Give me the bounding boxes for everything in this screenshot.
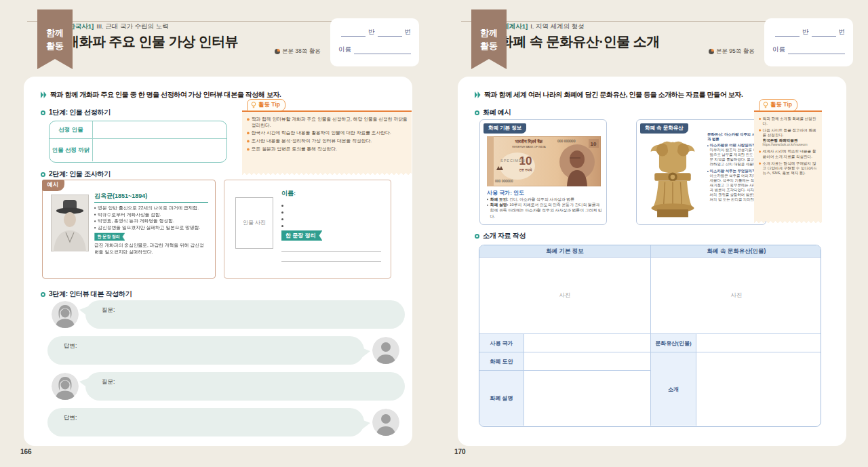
currency-info-badge: 화폐 기본 정보: [484, 123, 526, 134]
bullet-icon: [281, 225, 283, 227]
bullet-icon: [759, 129, 761, 131]
tip-item: 세계사 시간에 학습한 내용을 활용하여 소개 자료를 작성한다.: [759, 149, 818, 159]
intro-material-table: 화폐 기본 정보 화폐 속 문화유산(인물) 사진 사진 사용 국가 화폐 도안…: [479, 245, 821, 427]
design-write-cell: [524, 352, 651, 371]
photo-cell: 사진: [479, 258, 651, 334]
row-label-country: 사용 국가: [479, 334, 524, 352]
content-panel: 짝과 함께 개화파 주요 인물 중 한 명을 선정하여 가상 인터뷰 대본을 작…: [24, 77, 412, 446]
interviewer-avatar: [52, 373, 79, 400]
col-header-currency-info: 화폐 기본 정보: [479, 245, 651, 258]
col-header-heritage: 화폐 속 문화유산(인물): [651, 245, 821, 258]
question-bubble: 질문:: [85, 372, 405, 401]
step2-heading: 2단계: 인물 조사하기: [41, 169, 111, 179]
row-label-introduction: 소개: [651, 352, 696, 426]
currency-info-card: 화폐 기본 정보 10 भ: [479, 119, 607, 225]
currency-desc-line: 화폐 설명: 10루피 지폐로서 인도의 민족 운동가 간디의 얼굴과 함께 왼…: [487, 202, 602, 219]
intro-arrow-icon: [41, 92, 47, 98]
example-profile-card: 예시 김옥균(1851~1894) 명문 양반 출신으로 22세의 나이로 과거…: [42, 180, 216, 279]
section-bullet-icon: [475, 110, 479, 115]
bullet-icon: [759, 150, 761, 153]
banknote-image: 10 भारतीय रिज़र्व बैंक RESERVE BANK OF I…: [487, 136, 601, 189]
lightbulb-icon: [251, 102, 256, 108]
selection-table: 선정 인물 인물 선정 까닭: [49, 121, 227, 163]
question-label: 질문:: [102, 378, 115, 386]
lion-capital-image: [644, 136, 702, 223]
name-field-row: 이름: [772, 45, 845, 54]
intro-line: 짝과 함께 세계 여러 나라의 화폐에 담긴 문화유산, 인물 등을 소개하는 …: [475, 90, 743, 100]
bullet-icon: [281, 205, 283, 207]
row-label-design: 화폐 도안: [479, 352, 524, 371]
page-ref-icon: [275, 49, 280, 54]
table-row: 인물 선정 까닭: [50, 139, 226, 161]
currency-country: 사용 국가: 인도: [487, 189, 524, 197]
summary-write-line: [281, 243, 381, 252]
bullet-icon: [281, 218, 283, 220]
blank-fact-line: [281, 214, 381, 221]
tip-tab: 활동 Tip: [759, 99, 797, 111]
bullet-icon: [759, 162, 761, 164]
museum-site-url: https://www.bok.or.kr/museum: [763, 143, 808, 147]
name-field: [788, 47, 845, 54]
page-title: 개화파 주요 인물 가상 인터뷰: [66, 33, 238, 51]
class-field: [775, 29, 800, 37]
left-page: 함께 활동 [한국사1]III. 근대 국가 수립의 노력 개화파 주요 인물 …: [0, 0, 434, 467]
tip-tab: 활동 Tip: [247, 99, 285, 111]
tip-item: 모든 질문과 답변은 토의를 통해 작성한다.: [247, 146, 408, 153]
table-row: 선정 인물: [50, 121, 226, 139]
summary-write-line: [281, 252, 381, 262]
activity-tip-box: 활동 Tip 짝과 함께 소개할 화폐를 선정한다. 다음 사이트 등을 참고하…: [754, 99, 822, 220]
subject-line: [세계사1]I. 지역 세계의 형성: [500, 22, 585, 31]
one-sentence-badge: 한 문장 정리: [94, 232, 125, 241]
number-label: 번: [405, 28, 412, 37]
bullet-icon: [247, 118, 250, 121]
bullet-icon: [247, 140, 250, 143]
heritage-card: 화폐 속 문화유산 문화유산: 아소카왕 석주의 사자상과 법륜: [636, 119, 766, 225]
step3-heading: 3단계: 인터뷰 대본 작성하기: [41, 289, 132, 299]
bullet-icon: [487, 199, 488, 200]
bullet-icon: [247, 148, 250, 150]
class-label: 반: [368, 28, 375, 37]
tip-item: 짝과 함께 인터뷰할 개화파 주요 인물을 선정하고, 해당 인물을 선정한 까…: [247, 117, 408, 129]
person-male-icon: [372, 337, 399, 364]
number-field: [378, 29, 402, 37]
one-sentence-badge: 한 문장 정리: [281, 230, 322, 241]
person-female-icon: [52, 301, 79, 328]
ribbon-label-line1: 함께: [471, 27, 507, 40]
page-ref-label: 본문 38쪽 활용: [282, 47, 321, 56]
heritage-badge: 화폐 속 문화유산: [640, 123, 688, 134]
tip-item: 짝과 함께 소개할 화폐를 선정한다.: [759, 117, 818, 126]
fact-item: 박영효, 홍영식 등과 개화당을 형성함.: [94, 218, 208, 225]
worksheet-profile-card: 인물 사진 이름: 한 문장 정리: [224, 180, 391, 279]
person-female-icon: [52, 373, 79, 400]
number-label: 번: [839, 28, 846, 37]
answer-bubble: 답변:: [47, 408, 364, 436]
blank-fact-line: [281, 207, 381, 214]
interviewee-avatar: [372, 409, 399, 436]
note-serial-top: 000 000000: [557, 139, 576, 143]
kim-okgyun-photo: [51, 195, 89, 251]
class-number-fields: 반 번: [772, 28, 845, 37]
blank-fact-line: [281, 201, 381, 207]
interviewer-avatar: [52, 301, 79, 328]
activity-tip-box: 활동 Tip 짝과 함께 인터뷰할 개화파 주요 인물을 선정하고, 해당 인물…: [242, 99, 412, 172]
intro-arrow-icon: [475, 92, 481, 98]
page-number: 166: [20, 448, 32, 455]
example-person-name: 김옥균(1851~1894): [94, 192, 208, 203]
bullet-icon: [281, 211, 283, 214]
worksheet-name-label: 이름:: [281, 189, 381, 198]
description-write-cell: [524, 371, 651, 426]
tip-title: 활동 Tip: [770, 101, 792, 109]
fact-item: 명문 양반 출신으로 22세의 나이로 과거에 급제함.: [94, 205, 208, 211]
intro-text: 짝과 함께 세계 여러 나라의 화폐에 담긴 문화유산, 인물 등을 소개하는 …: [484, 90, 743, 100]
selected-person-field: [93, 121, 226, 138]
tip-title: 활동 Tip: [258, 101, 280, 109]
student-id-box: 반 번 이름: [764, 18, 853, 66]
note-denomination-corner: 10: [591, 141, 597, 147]
section-bullet-icon: [41, 172, 45, 177]
example-badge: 예시: [42, 180, 64, 191]
bullet-icon: [94, 207, 96, 209]
lightbulb-icon: [763, 102, 768, 108]
textbook-spread: { "colors": { "page_bg": "#f0ece3", "rib…: [0, 0, 868, 467]
class-label: 반: [802, 28, 809, 37]
answer-label: 답변:: [64, 414, 77, 422]
